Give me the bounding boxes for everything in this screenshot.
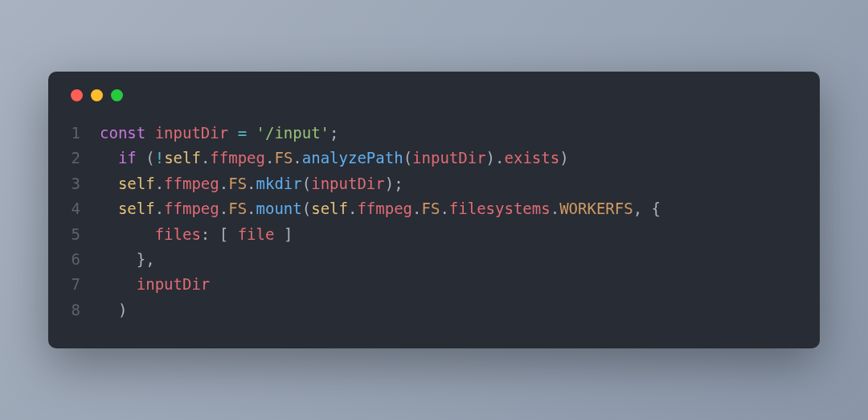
code-token: exists bbox=[505, 149, 560, 167]
code-token: self bbox=[118, 175, 155, 192]
code-token: inputDir bbox=[412, 149, 486, 167]
line-number: 8 bbox=[69, 298, 100, 323]
whitespace bbox=[274, 225, 283, 243]
code-line[interactable]: 2 if (!self.ffmpeg.FS.analyzePath(inputD… bbox=[69, 146, 799, 171]
code-token: . bbox=[247, 200, 256, 217]
code-content[interactable]: }, bbox=[100, 247, 799, 272]
code-content[interactable]: self.ffmpeg.FS.mkdir(inputDir); bbox=[100, 171, 799, 196]
code-token: { bbox=[652, 200, 661, 217]
code-token: filesystems bbox=[449, 200, 551, 217]
whitespace bbox=[247, 124, 256, 142]
code-line[interactable]: 3 self.ffmpeg.FS.mkdir(inputDir); bbox=[69, 171, 799, 196]
line-number: 7 bbox=[69, 272, 100, 297]
code-token: ; bbox=[330, 124, 338, 142]
whitespace bbox=[145, 124, 154, 142]
code-content[interactable]: inputDir bbox=[100, 272, 799, 297]
code-token: . bbox=[293, 149, 301, 167]
code-token: . bbox=[155, 200, 164, 217]
code-content[interactable]: self.ffmpeg.FS.mount(self.ffmpeg.FS.file… bbox=[100, 196, 799, 221]
code-token: self bbox=[164, 149, 201, 167]
whitespace bbox=[210, 225, 219, 243]
whitespace bbox=[137, 149, 145, 167]
code-token: ! bbox=[155, 149, 164, 167]
code-token: FS bbox=[274, 149, 293, 167]
code-content[interactable]: ) bbox=[100, 298, 799, 323]
code-window: 1const inputDir = '/input';2 if (!self.f… bbox=[48, 72, 820, 348]
code-token: '/input' bbox=[256, 124, 330, 142]
code-line[interactable]: 6 }, bbox=[69, 247, 799, 272]
code-token: ] bbox=[284, 225, 293, 243]
code-token: file bbox=[238, 225, 275, 243]
close-icon[interactable] bbox=[71, 89, 83, 101]
line-number: 3 bbox=[69, 171, 100, 196]
code-line[interactable]: 5 files: [ file ] bbox=[69, 222, 799, 247]
code-token: } bbox=[137, 250, 145, 268]
whitespace bbox=[100, 149, 118, 167]
code-content[interactable]: const inputDir = '/input'; bbox=[100, 121, 799, 146]
code-token: WORKERFS bbox=[559, 200, 633, 217]
code-token: : bbox=[201, 225, 210, 243]
code-content[interactable]: if (!self.ffmpeg.FS.analyzePath(inputDir… bbox=[100, 146, 799, 171]
code-token: if bbox=[118, 149, 137, 167]
code-token: , bbox=[145, 250, 154, 268]
code-token: . bbox=[219, 200, 228, 217]
code-token: . bbox=[265, 149, 274, 167]
code-token: . bbox=[551, 200, 559, 217]
code-token: . bbox=[440, 200, 448, 217]
window-controls bbox=[69, 89, 799, 101]
code-line[interactable]: 8 ) bbox=[69, 298, 799, 323]
code-token: inputDir bbox=[311, 175, 385, 192]
line-number: 6 bbox=[69, 247, 100, 272]
code-line[interactable]: 4 self.ffmpeg.FS.mount(self.ffmpeg.FS.fi… bbox=[69, 196, 799, 221]
code-token: ; bbox=[394, 175, 403, 192]
code-line[interactable]: 1const inputDir = '/input'; bbox=[69, 121, 799, 146]
line-number: 4 bbox=[69, 196, 100, 221]
whitespace bbox=[100, 275, 137, 293]
code-token: . bbox=[201, 149, 210, 167]
code-token: FS bbox=[228, 175, 247, 192]
code-token: ( bbox=[145, 149, 154, 167]
code-token: ) bbox=[118, 301, 127, 319]
code-token: inputDir bbox=[155, 124, 229, 142]
whitespace bbox=[100, 301, 118, 319]
code-token: files bbox=[155, 225, 201, 243]
code-token: ffmpeg bbox=[357, 200, 412, 217]
code-line[interactable]: 7 inputDir bbox=[69, 272, 799, 297]
whitespace bbox=[100, 175, 118, 192]
code-token: = bbox=[238, 124, 247, 142]
code-token: mkdir bbox=[256, 175, 302, 192]
code-token: ) bbox=[385, 175, 394, 192]
code-content[interactable]: files: [ file ] bbox=[100, 222, 799, 247]
code-token: FS bbox=[228, 200, 247, 217]
line-number: 5 bbox=[69, 222, 100, 247]
code-token: FS bbox=[422, 200, 440, 217]
code-token: [ bbox=[219, 225, 228, 243]
code-token: ) bbox=[486, 149, 495, 167]
code-token: . bbox=[495, 149, 504, 167]
code-token: , bbox=[633, 200, 642, 217]
whitespace bbox=[100, 250, 137, 268]
whitespace bbox=[228, 225, 237, 243]
code-token: ( bbox=[403, 149, 412, 167]
line-number: 1 bbox=[69, 121, 100, 146]
code-token: ffmpeg bbox=[210, 149, 265, 167]
code-token: inputDir bbox=[137, 275, 211, 293]
code-token: ffmpeg bbox=[164, 200, 219, 217]
code-token: ( bbox=[302, 200, 311, 217]
code-token: . bbox=[219, 175, 228, 192]
code-token: . bbox=[348, 200, 357, 217]
code-editor[interactable]: 1const inputDir = '/input';2 if (!self.f… bbox=[69, 121, 799, 323]
line-number: 2 bbox=[69, 146, 100, 171]
code-token: self bbox=[311, 200, 348, 217]
whitespace bbox=[100, 200, 118, 217]
code-token: . bbox=[412, 200, 421, 217]
zoom-icon[interactable] bbox=[111, 89, 123, 101]
minimize-icon[interactable] bbox=[91, 89, 103, 101]
code-token: analyzePath bbox=[302, 149, 403, 167]
code-token: const bbox=[100, 124, 145, 142]
code-token: mount bbox=[256, 200, 302, 217]
code-token: ffmpeg bbox=[164, 175, 219, 192]
whitespace bbox=[642, 200, 651, 217]
code-token: . bbox=[247, 175, 256, 192]
code-token: self bbox=[118, 200, 155, 217]
